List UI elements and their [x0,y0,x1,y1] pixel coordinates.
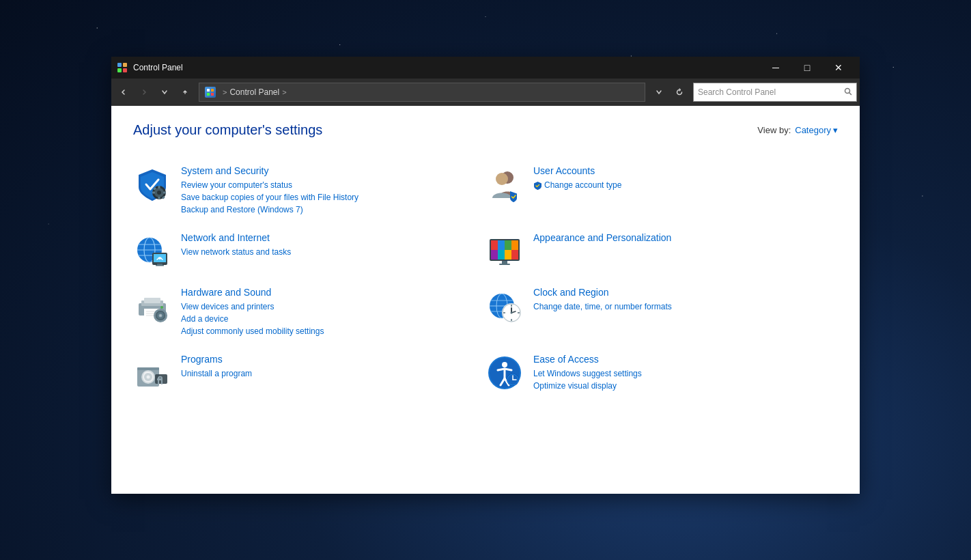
svg-point-70 [511,312,513,314]
breadcrumb-text[interactable]: Control Panel [229,87,279,97]
system-security-content: System and Security Review your computer… [181,165,475,216]
svg-rect-28 [157,264,163,265]
search-input[interactable] [698,87,844,97]
window-title: Control Panel [133,63,760,72]
ease-of-access-content: Ease of Access Let Windows suggest setti… [533,354,827,392]
network-internet-link-1[interactable]: View network status and tasks [181,246,475,258]
window-icon [117,62,128,73]
breadcrumb-separator2: > [282,88,286,96]
svg-rect-14 [158,197,160,199]
svg-rect-7 [211,93,214,96]
category-system-security: System and Security Review your computer… [133,157,485,224]
svg-point-30 [159,258,160,260]
hardware-sound-link-2[interactable]: Add a device [181,313,475,325]
svg-point-81 [502,362,507,367]
user-accounts-link-1[interactable]: Change account type [533,179,827,191]
svg-rect-41 [502,261,507,264]
appearance-title[interactable]: Appearance and Personalization [533,232,827,243]
svg-rect-40 [511,250,518,260]
programs-title[interactable]: Programs [181,354,475,365]
system-security-link-1[interactable]: Review your computer's status [181,179,475,191]
view-by-label: View by: [757,125,791,135]
svg-rect-2 [117,68,122,72]
category-programs: Programs Uninstall a program [133,346,485,400]
svg-rect-3 [123,68,127,72]
network-internet-content: Network and Internet View network status… [181,232,475,258]
svg-line-9 [849,92,852,94]
programs-link-1[interactable]: Uninstall a program [181,367,475,380]
system-security-link-2[interactable]: Save backup copies of your files with Fi… [181,191,475,204]
category-network-internet: Network and Internet View network status… [133,224,485,279]
programs-content: Programs Uninstall a program [181,354,475,380]
close-button[interactable]: ✕ [823,57,854,79]
forward-button[interactable] [135,83,154,102]
system-security-icon [133,165,171,204]
svg-point-12 [157,191,161,195]
svg-rect-29 [156,265,164,266]
svg-point-56 [160,315,162,317]
svg-rect-34 [498,240,505,250]
up-button[interactable] [175,83,195,102]
dropdown-arrow-button[interactable] [649,83,669,102]
ease-of-access-icon [485,354,524,392]
hardware-sound-link-1[interactable]: View devices and printers [181,300,475,313]
window-controls: ─ □ ✕ [760,57,854,79]
svg-rect-0 [117,63,122,67]
svg-rect-4 [207,89,210,92]
ease-of-access-link-2[interactable]: Optimize visual display [533,380,827,392]
clock-region-link-1[interactable]: Change date, time, or number formats [533,300,827,313]
address-breadcrumb: > Control Panel > [199,83,645,102]
user-accounts-icon [485,165,524,204]
breadcrumb-separator: > [223,88,227,96]
appearance-content: Appearance and Personalization [533,232,827,246]
svg-point-50 [160,306,163,309]
uac-shield-icon [533,181,542,190]
hardware-sound-icon [133,287,171,325]
clock-region-content: Clock and Region Change date, time, or n… [533,287,827,313]
category-clock-region: Clock and Region Change date, time, or n… [485,279,838,346]
hardware-sound-content: Hardware and Sound View devices and prin… [181,287,475,337]
ease-of-access-title[interactable]: Ease of Access [533,354,827,365]
svg-rect-36 [511,240,518,250]
hardware-sound-title[interactable]: Hardware and Sound [181,287,475,298]
content-area: Adjust your computer's settings View by:… [111,106,860,494]
clock-region-icon [485,287,524,325]
minimize-button[interactable]: ─ [760,57,791,79]
svg-rect-45 [144,298,160,303]
programs-icon [133,354,171,392]
svg-rect-35 [505,240,511,250]
ease-of-access-link-1[interactable]: Let Windows suggest settings [533,367,827,380]
svg-rect-39 [505,250,511,260]
svg-rect-16 [163,192,166,194]
user-accounts-title[interactable]: User Accounts [533,165,827,176]
content-header: Adjust your computer's settings View by:… [133,122,838,138]
svg-point-76 [147,376,150,379]
search-box[interactable] [693,83,857,102]
category-user-accounts: User Accounts Change account type [485,157,838,224]
svg-rect-13 [158,186,160,188]
user-accounts-content: User Accounts Change account type [533,165,827,191]
back-button[interactable] [114,83,133,102]
refresh-button[interactable] [670,83,689,102]
svg-rect-37 [491,250,498,260]
svg-rect-78 [157,378,163,380]
svg-rect-1 [123,63,127,67]
clock-region-title[interactable]: Clock and Region [533,287,827,298]
network-internet-title[interactable]: Network and Internet [181,232,475,243]
svg-point-20 [496,173,508,185]
maximize-button[interactable]: □ [791,57,823,79]
view-by-dropdown[interactable]: Category ▾ [795,125,838,135]
system-security-link-3[interactable]: Backup and Restore (Windows 7) [181,204,475,216]
hardware-sound-link-3[interactable]: Adjust commonly used mobility settings [181,325,475,337]
control-panel-window: Control Panel ─ □ ✕ [111,57,860,494]
recent-locations-button[interactable] [155,83,174,102]
system-security-title[interactable]: System and Security [181,165,475,176]
category-ease-of-access: Ease of Access Let Windows suggest setti… [485,346,838,400]
svg-rect-42 [499,264,510,265]
search-icon [844,87,852,98]
address-actions [649,83,689,102]
category-appearance: Appearance and Personalization [485,224,838,279]
svg-rect-15 [152,192,155,194]
page-title: Adjust your computer's settings [133,122,322,138]
view-by: View by: Category ▾ [757,125,838,135]
